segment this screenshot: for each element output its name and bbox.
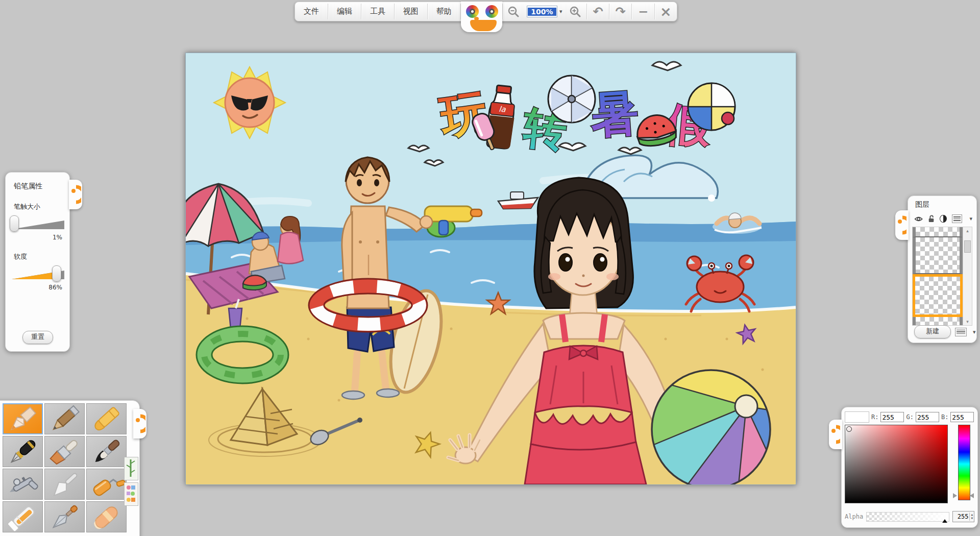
visibility-eye-icon[interactable] (914, 215, 923, 223)
bamboo-texture-icon (125, 457, 137, 479)
zoom-dropdown-caret-icon[interactable]: ▾ (559, 8, 562, 15)
scrollbar-thumb[interactable] (964, 240, 971, 253)
tool-grid (3, 403, 139, 532)
menu-tools[interactable]: 工具 (361, 2, 394, 21)
zoom-level-field[interactable]: 100% (527, 6, 557, 17)
layers-panel-handle[interactable] (895, 210, 909, 240)
redo-button[interactable]: ↷ (609, 2, 631, 21)
reset-button[interactable]: 重置 (22, 331, 53, 344)
alpha-value-input[interactable] (953, 513, 969, 521)
menu-view-label: 视图 (403, 7, 419, 16)
panel-handle-icon (830, 425, 840, 444)
alpha-spin-arrows[interactable]: ▲▼ (969, 513, 974, 520)
scroll-up-icon[interactable]: ▴ (966, 228, 969, 233)
zoom-in-button[interactable] (565, 2, 586, 21)
pencil-panel-handle[interactable] (69, 180, 82, 209)
pinwheel (548, 76, 595, 123)
alpha-slider[interactable] (866, 512, 949, 522)
stamps-texture-icon (125, 483, 137, 504)
softness-thumb[interactable] (52, 265, 61, 282)
brush-size-thumb[interactable] (10, 215, 19, 232)
color-panel-handle[interactable] (829, 420, 842, 449)
tool-eraser[interactable] (86, 501, 127, 532)
watermelon-slice (243, 275, 266, 290)
layer-menu-icon[interactable] (952, 214, 963, 223)
undo-button[interactable]: ↶ (587, 2, 609, 21)
paint-roller-icon (88, 470, 126, 499)
current-color-swatch[interactable] (845, 411, 869, 423)
menu-tools-label: 工具 (370, 7, 385, 16)
hue-slider[interactable] (954, 425, 972, 499)
panel-handle-icon (71, 185, 81, 204)
saturation-value-square[interactable] (845, 425, 948, 503)
lock-open-icon[interactable] (928, 214, 935, 223)
stamps-texture-thumb[interactable] (124, 482, 138, 506)
layers-footer-menu-icon[interactable] (955, 328, 967, 336)
hue-marker-right-icon[interactable] (970, 493, 974, 498)
hue-gradient-bar[interactable] (958, 425, 970, 500)
tool-crayon[interactable] (86, 403, 127, 434)
hue-marker-left-icon[interactable] (953, 493, 957, 498)
new-layer-button[interactable]: 新建 (914, 325, 951, 338)
tool-airbrush[interactable] (3, 469, 43, 500)
layers-scrollbar[interactable]: ▴ ▾ (963, 227, 972, 325)
menu-help[interactable]: 帮助 (428, 2, 460, 21)
tool-flat-brush[interactable] (44, 436, 85, 467)
app-window: 文件 编辑 工具 视图 帮助 100% ▾ (0, 0, 980, 536)
close-button[interactable]: × (655, 2, 677, 21)
tool-paint-jar[interactable] (3, 501, 43, 532)
tool-fountain-pen[interactable] (3, 436, 43, 467)
layer-row[interactable] (913, 317, 963, 325)
drawing-canvas[interactable]: 玩 转 暑 假 la (185, 53, 796, 485)
layers-footer-caret-icon[interactable]: ▾ (973, 329, 976, 335)
crayon-icon (88, 405, 126, 433)
layer-rows (913, 227, 963, 325)
panel-handle-icon (896, 215, 906, 235)
menu-view[interactable]: 视图 (395, 2, 427, 21)
tool-paper-pencil[interactable] (3, 403, 43, 434)
brush-size-slider[interactable] (12, 216, 64, 232)
layer-row-selected[interactable] (913, 274, 963, 317)
minimize-button[interactable]: − (632, 2, 654, 21)
softness-label: 软度 (14, 252, 69, 261)
alpha-spinner[interactable]: ▲▼ (952, 511, 974, 522)
tool-palette-handle[interactable] (133, 409, 146, 438)
paint-jar-icon (4, 503, 42, 531)
bamboo-texture-thumb[interactable] (124, 457, 138, 480)
scroll-down-icon[interactable]: ▾ (966, 319, 969, 324)
liner-icon (46, 503, 84, 531)
sv-marker[interactable] (846, 426, 852, 432)
b-input[interactable] (950, 412, 974, 422)
tool-wood-pencil[interactable] (44, 403, 85, 434)
zoom-in-icon (569, 6, 581, 18)
opacity-halfmoon-icon[interactable] (940, 215, 946, 223)
palette-knife-icon (46, 470, 84, 499)
g-input[interactable] (916, 412, 939, 422)
layer-row[interactable] (913, 237, 963, 274)
r-input[interactable] (880, 412, 904, 422)
main-toolbar: 文件 编辑 工具 视图 帮助 100% ▾ (295, 2, 677, 21)
b-label: B: (941, 413, 948, 421)
layers-panel: 图层 ▾ ▴ ▾ (908, 196, 977, 343)
layers-panel-footer: 新建 ▾ (908, 325, 976, 338)
softness-slider[interactable] (12, 266, 64, 282)
tool-liner[interactable] (44, 501, 85, 532)
layer-menu-caret-icon[interactable]: ▾ (969, 215, 972, 222)
menu-file[interactable]: 文件 (295, 2, 328, 21)
spin-down-icon[interactable]: ▼ (971, 517, 973, 520)
tool-ink-brush[interactable] (86, 436, 127, 467)
brush-size-track[interactable] (12, 221, 64, 229)
alpha-marker-icon[interactable] (942, 519, 947, 523)
brush-size-label: 笔触大小 (14, 202, 69, 211)
brush-size-value: 1% (6, 234, 62, 241)
tool-palette-knife[interactable] (44, 469, 85, 500)
menu-edit[interactable]: 编辑 (328, 2, 361, 21)
zoom-out-button[interactable] (503, 2, 525, 21)
title-char-shu: 暑 (588, 85, 640, 143)
pencil-properties-panel: 铅笔属性 笔触大小 1% 软度 86% 重置 (5, 172, 70, 352)
layer-row[interactable] (913, 227, 963, 237)
app-mascot-logo (461, 2, 502, 32)
paper-pencil-icon (4, 405, 42, 433)
tool-paint-roller[interactable] (86, 469, 127, 500)
zoom-level-control[interactable]: 100% ▾ (527, 2, 562, 21)
